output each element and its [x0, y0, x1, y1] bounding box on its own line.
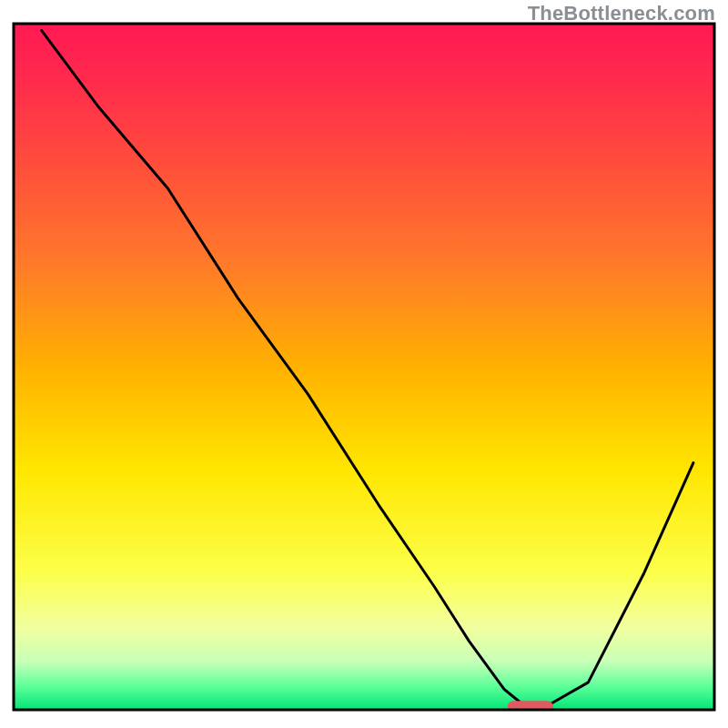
- chart-stage: TheBottleneck.com: [0, 0, 728, 728]
- watermark-text: TheBottleneck.com: [528, 2, 715, 25]
- heat-gradient-background: [14, 24, 714, 710]
- chart-svg: [0, 0, 728, 728]
